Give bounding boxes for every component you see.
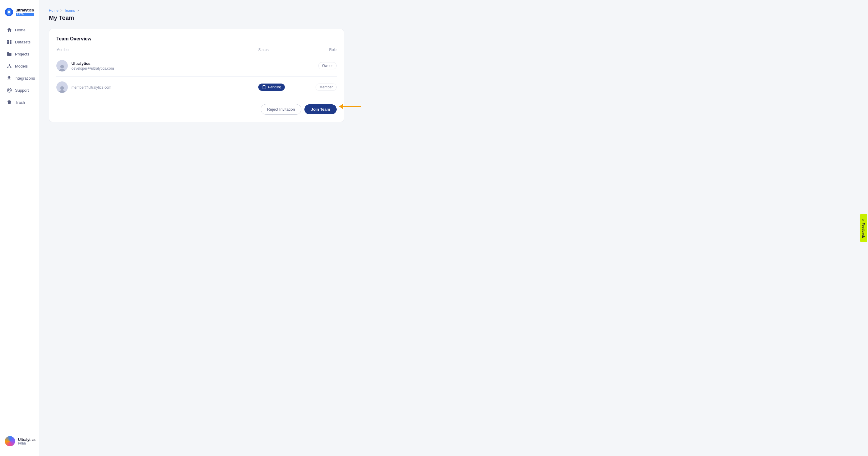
- team-overview-card: Team Overview Member Status Role Ultraly…: [49, 29, 344, 122]
- role-ultralytics: Owner: [301, 62, 337, 69]
- join-team-label: Join Team: [311, 107, 330, 112]
- avatar-member: [56, 81, 68, 93]
- breadcrumb-teams[interactable]: Teams: [64, 8, 75, 13]
- spinner-icon: [262, 85, 266, 89]
- member-email-ultralytics: developer@ultralytics.com: [71, 66, 114, 70]
- sidebar-item-support[interactable]: Support: [2, 84, 37, 96]
- svg-point-14: [8, 89, 10, 91]
- header-status: Status: [258, 48, 301, 52]
- avatar: [5, 436, 15, 446]
- svg-point-2: [7, 11, 10, 13]
- sidebar-item-integrations[interactable]: Integrations: [2, 73, 37, 84]
- sidebar-item-datasets[interactable]: Datasets: [2, 36, 37, 48]
- breadcrumb-sep-2: >: [76, 8, 79, 13]
- page-title: My Team: [49, 15, 858, 21]
- dataset-icon: [7, 39, 12, 45]
- svg-rect-6: [10, 42, 11, 44]
- svg-point-17: [60, 65, 64, 68]
- member-name-ultralytics: Ultralytics: [71, 61, 114, 66]
- user-name: Ultralytics: [18, 437, 36, 442]
- svg-point-19: [60, 86, 64, 90]
- sidebar-item-projects[interactable]: Projects: [2, 48, 37, 60]
- sidebar-label-support: Support: [15, 88, 29, 93]
- sidebar-label-models: Models: [15, 64, 28, 68]
- svg-line-11: [9, 65, 11, 67]
- models-icon: [7, 63, 12, 69]
- nav-items: Home Datasets Projects: [0, 24, 39, 431]
- svg-rect-4: [10, 40, 11, 41]
- svg-rect-5: [7, 42, 9, 44]
- svg-point-7: [9, 64, 10, 65]
- feedback-tab[interactable]: ☺ Feedback: [860, 214, 867, 242]
- feedback-label: Feedback: [862, 223, 865, 238]
- header-member: Member: [56, 48, 258, 52]
- role-member: Member: [301, 84, 337, 91]
- sidebar-label-integrations: Integrations: [14, 76, 35, 81]
- reject-invitation-button[interactable]: Reject Invitation: [261, 104, 301, 115]
- status-member: Pending: [258, 84, 301, 91]
- sidebar-item-models[interactable]: Models: [2, 60, 37, 72]
- breadcrumb: Home > Teams >: [49, 8, 858, 13]
- user-plan: FREE: [18, 442, 36, 445]
- svg-rect-12: [7, 80, 11, 80]
- sidebar-item-trash[interactable]: Trash: [2, 96, 37, 108]
- member-info-ultralytics: Ultralytics developer@ultralytics.com: [56, 60, 258, 72]
- arrow-annotation: [339, 104, 361, 109]
- table-header: Member Status Role: [56, 48, 337, 55]
- home-icon: [7, 27, 12, 33]
- role-badge-owner: Owner: [318, 62, 337, 69]
- sidebar-label-projects: Projects: [15, 52, 29, 56]
- pending-label: Pending: [268, 85, 281, 89]
- actions-row: Reject Invitation Join Team: [56, 98, 337, 115]
- sidebar-label-home: Home: [15, 28, 26, 32]
- trash-icon: [7, 99, 12, 105]
- member-info-member: member@ultralytics.com: [56, 81, 258, 93]
- sidebar: ultralytics BETA Home Data: [0, 0, 39, 456]
- svg-line-10: [8, 65, 9, 67]
- breadcrumb-home[interactable]: Home: [49, 8, 59, 13]
- folder-icon: [7, 51, 12, 57]
- logo-text: ultralytics BETA: [16, 8, 34, 16]
- logo-beta: BETA: [16, 13, 34, 16]
- sidebar-label-datasets: Datasets: [15, 40, 30, 44]
- arrow-head: [339, 104, 343, 109]
- sidebar-bottom: Ultralytics FREE: [0, 431, 39, 451]
- sidebar-item-home[interactable]: Home: [2, 24, 37, 36]
- support-icon: [7, 87, 12, 93]
- feedback-icon: ☺: [862, 218, 865, 221]
- svg-point-20: [59, 90, 65, 93]
- integrations-icon: [7, 76, 11, 81]
- breadcrumb-sep-1: >: [60, 8, 62, 13]
- avatar-ultralytics: [56, 60, 68, 72]
- logo-title: ultralytics: [16, 8, 34, 12]
- sidebar-label-trash: Trash: [15, 100, 25, 105]
- user-info: Ultralytics FREE: [18, 437, 36, 445]
- svg-point-18: [59, 69, 65, 72]
- svg-point-8: [7, 67, 8, 68]
- join-team-button[interactable]: Join Team: [304, 104, 337, 114]
- table-row: Ultralytics developer@ultralytics.com Ow…: [56, 55, 337, 77]
- member-email-member: member@ultralytics.com: [71, 85, 111, 90]
- member-text-ultralytics: Ultralytics developer@ultralytics.com: [71, 61, 114, 70]
- logo-area: ultralytics BETA: [0, 5, 39, 24]
- avatar-silhouette: [58, 85, 66, 93]
- main-content: Home > Teams > My Team Team Overview Mem…: [39, 0, 868, 456]
- card-title: Team Overview: [56, 36, 337, 41]
- role-badge-member: Member: [315, 84, 337, 91]
- arrow-line: [343, 106, 361, 107]
- ultralytics-logo-icon: [5, 7, 13, 17]
- member-text-member: member@ultralytics.com: [71, 85, 111, 90]
- table-row: member@ultralytics.com Pending Member: [56, 77, 337, 98]
- pending-badge: Pending: [258, 84, 285, 91]
- avatar-silhouette: [58, 64, 66, 72]
- svg-rect-3: [7, 40, 9, 41]
- svg-point-9: [10, 67, 11, 68]
- header-role: Role: [301, 48, 337, 52]
